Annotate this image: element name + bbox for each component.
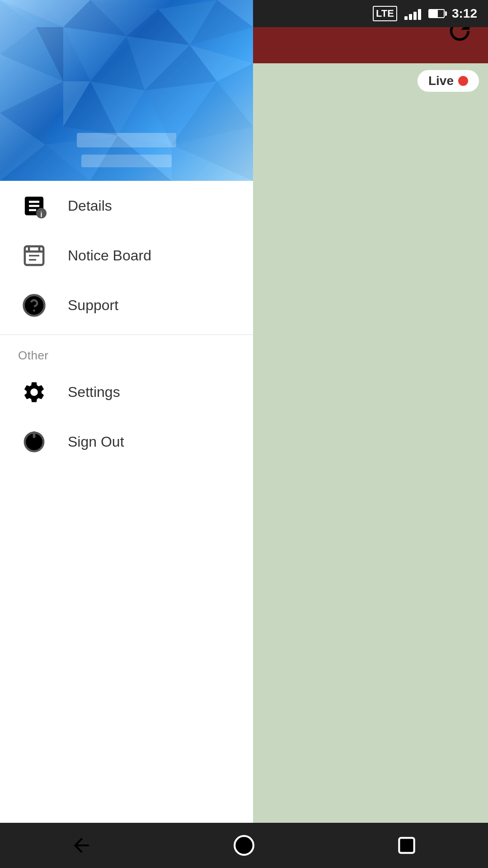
signal-bar-2	[409, 14, 412, 20]
home-button[interactable]	[226, 827, 262, 863]
svg-point-41	[33, 309, 35, 311]
sign-out-label: Sign Out	[68, 434, 124, 450]
signout-icon	[18, 426, 50, 458]
signal-bar-1	[404, 16, 408, 20]
clock: 3:12	[452, 6, 477, 21]
menu-divider	[0, 335, 253, 335]
signal-bar-4	[418, 9, 421, 20]
battery-fill	[429, 10, 438, 17]
other-section-label: Other	[0, 340, 253, 367]
menu-item-support[interactable]: Support	[0, 280, 253, 330]
details-label: Details	[68, 198, 112, 214]
settings-icon	[18, 376, 50, 408]
live-label: Live	[428, 74, 454, 88]
menu-item-details[interactable]: i Details	[0, 181, 253, 231]
svg-text:i: i	[40, 210, 42, 218]
svg-point-44	[235, 836, 253, 855]
drawer-header	[0, 0, 253, 181]
notice-board-label: Notice Board	[68, 247, 151, 264]
lte-indicator: LTE	[373, 6, 397, 21]
menu-item-sign-out[interactable]: Sign Out	[0, 417, 253, 467]
navigation-drawer: i Details Notice Board	[0, 0, 253, 868]
map-background: Live BSF Hospital INDRANAGAR BUSSTOP ose…	[253, 0, 488, 868]
settings-label: Settings	[68, 384, 120, 401]
bottom-navigation-bar	[0, 823, 488, 868]
back-button[interactable]	[63, 827, 99, 863]
drawer-menu: i Details Notice Board	[0, 181, 253, 868]
details-icon: i	[18, 190, 50, 222]
battery-icon	[428, 9, 445, 18]
signal-strength	[404, 7, 421, 20]
support-icon	[18, 289, 50, 321]
menu-item-settings[interactable]: Settings	[0, 367, 253, 417]
recents-button[interactable]	[389, 827, 425, 863]
support-label: Support	[68, 297, 118, 314]
live-badge: Live	[418, 70, 479, 92]
notice-board-icon	[18, 240, 50, 271]
svg-rect-45	[399, 838, 414, 853]
live-indicator	[458, 76, 468, 86]
status-bar: LTE 3:12	[235, 0, 488, 27]
menu-item-notice-board[interactable]: Notice Board	[0, 231, 253, 280]
signal-bar-3	[413, 12, 417, 20]
